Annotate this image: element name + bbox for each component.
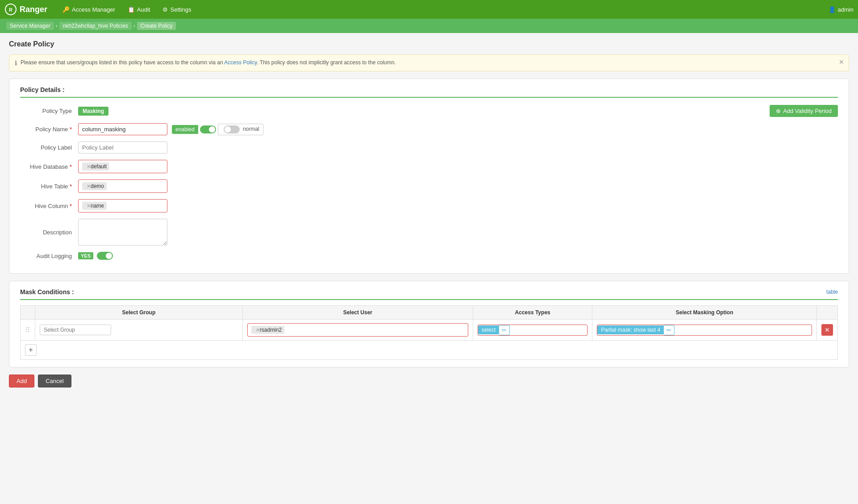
bottom-actions: Add Cancel bbox=[9, 375, 849, 387]
access-types-cell: select ✏ bbox=[473, 320, 592, 341]
nav-items: 🔑 Access Manager 📋 Audit ⚙ Settings bbox=[56, 0, 829, 19]
policy-label-label: Policy Label bbox=[20, 144, 78, 151]
hive-table-input[interactable]: ✕ demo bbox=[78, 179, 167, 193]
hive-database-tag: ✕ default bbox=[82, 162, 109, 171]
audit-logging-row: Audit Logging YES bbox=[20, 252, 838, 260]
mask-conditions-header: Mask Conditions : table bbox=[20, 288, 838, 300]
cancel-button[interactable]: Cancel bbox=[38, 375, 71, 387]
audit-icon: 📋 bbox=[128, 6, 135, 13]
alert-text-before: Please ensure that users/groups listed i… bbox=[21, 59, 224, 66]
policy-type-left: Policy Type Masking bbox=[20, 107, 108, 116]
nav-access-manager-label: Access Manager bbox=[72, 6, 115, 13]
drag-handle-cell: ⠿ bbox=[21, 320, 35, 341]
nav-settings-label: Settings bbox=[170, 6, 191, 13]
normal-toggle[interactable] bbox=[224, 125, 240, 133]
mask-conditions-section: Mask Conditions : table Select Group Sel… bbox=[9, 281, 849, 367]
drag-col-header bbox=[21, 306, 35, 320]
hive-database-tag-value: default bbox=[91, 163, 107, 170]
alert-close-button[interactable]: ✕ bbox=[839, 58, 844, 66]
alert-text-after: . This policy does not implicitly grant … bbox=[257, 59, 396, 66]
hive-column-tag-value: name bbox=[91, 203, 104, 209]
policy-details-title: Policy Details : bbox=[20, 86, 838, 98]
select-masking-col-header: Select Masking Option bbox=[592, 306, 817, 320]
alert-text: Please ensure that users/groups listed i… bbox=[21, 59, 396, 66]
table-link[interactable]: table bbox=[826, 289, 838, 295]
add-row-cell: + bbox=[21, 341, 838, 360]
description-input[interactable] bbox=[78, 219, 167, 246]
user-icon: 👤 bbox=[829, 6, 836, 13]
audit-logging-toggle[interactable] bbox=[97, 252, 113, 260]
hive-column-input[interactable]: ✕ name bbox=[78, 199, 167, 212]
policy-details-section: Policy Details : Policy Type Masking ⊕ A… bbox=[9, 79, 849, 274]
mask-option-edit-button[interactable]: ✏ bbox=[664, 325, 675, 335]
select-user-col-header: Select User bbox=[242, 306, 473, 320]
add-validity-period-button[interactable]: ⊕ Add Validity Period bbox=[770, 105, 838, 117]
policy-type-row: Policy Type Masking ⊕ Add Validity Perio… bbox=[20, 105, 838, 117]
audit-logging-yes: YES bbox=[78, 252, 93, 259]
user-tag-remove-icon[interactable]: ✕ bbox=[256, 327, 260, 333]
row-delete-cell: ✕ bbox=[817, 320, 838, 341]
add-button[interactable]: Add bbox=[9, 375, 34, 387]
hive-table-tag-value: demo bbox=[91, 183, 104, 189]
page-content: Create Policy ℹ Please ensure that users… bbox=[0, 33, 858, 395]
alert-icon: ℹ bbox=[15, 59, 17, 67]
brand-logo: R Ranger bbox=[4, 3, 47, 16]
breadcrumb-sep2: › bbox=[133, 23, 135, 29]
drag-handle-icon[interactable]: ⠿ bbox=[25, 326, 30, 334]
hive-database-input[interactable]: ✕ default bbox=[78, 160, 167, 173]
policy-name-required: * bbox=[70, 126, 72, 133]
access-type-button[interactable]: select bbox=[478, 325, 499, 334]
nav-audit[interactable]: 📋 Audit bbox=[121, 0, 157, 19]
hive-column-remove-icon[interactable]: ✕ bbox=[87, 203, 91, 209]
hive-database-label: Hive Database * bbox=[20, 163, 78, 170]
breadcrumb-policies[interactable]: nkh22whcllap_hive Policies bbox=[59, 22, 132, 30]
description-label: Description bbox=[20, 229, 78, 236]
add-row-button[interactable]: + bbox=[25, 344, 37, 356]
policy-type-badge: Masking bbox=[78, 107, 108, 116]
hive-table-row: Hive Table * ✕ demo bbox=[20, 179, 838, 193]
nav-access-manager[interactable]: 🔑 Access Manager bbox=[56, 0, 121, 19]
access-type-edit-button[interactable]: ✏ bbox=[499, 325, 510, 335]
hive-table-required: * bbox=[70, 183, 72, 190]
policy-name-input[interactable] bbox=[78, 123, 167, 135]
top-navigation: R Ranger 🔑 Access Manager 📋 Audit ⚙ Sett… bbox=[0, 0, 858, 19]
breadcrumb-current: Create Policy bbox=[137, 22, 176, 30]
page-title: Create Policy bbox=[9, 40, 849, 48]
policy-label-input[interactable] bbox=[78, 142, 167, 154]
breadcrumb-crumb: Service Manager › nkh22whcllap_hive Poli… bbox=[6, 22, 176, 30]
mask-option-button[interactable]: Partial mask: show last 4 bbox=[597, 325, 664, 334]
select-user-cell: ✕ rsadmin2 bbox=[242, 320, 473, 341]
alert-access-policy-link[interactable]: Access Policy bbox=[224, 59, 257, 66]
plus-icon: ⊕ bbox=[776, 108, 781, 114]
policy-name-label: Policy Name * bbox=[20, 126, 78, 133]
breadcrumb-sep1: › bbox=[56, 23, 58, 29]
access-types-col-header: Access Types bbox=[473, 306, 592, 320]
enabled-toggle-group: enabled normal bbox=[172, 124, 263, 135]
hive-table-remove-icon[interactable]: ✕ bbox=[87, 183, 91, 189]
enabled-badge: enabled bbox=[172, 125, 198, 134]
select-user-input-wrapper[interactable]: ✕ rsadmin2 bbox=[247, 323, 468, 337]
policy-type-label: Policy Type bbox=[20, 108, 78, 114]
table-row: ⠿ ✕ rsadmin2 bbox=[21, 320, 838, 341]
settings-icon: ⚙ bbox=[162, 6, 168, 13]
hive-database-required: * bbox=[70, 163, 72, 170]
enabled-toggle[interactable] bbox=[200, 125, 216, 133]
access-types-wrapper: select ✏ bbox=[478, 325, 587, 336]
select-group-input[interactable] bbox=[40, 325, 111, 335]
policy-name-row: Policy Name * enabled normal bbox=[20, 123, 838, 135]
mask-option-wrapper: Partial mask: show last 4 ✏ bbox=[597, 325, 812, 336]
audit-logging-label: Audit Logging bbox=[20, 253, 78, 259]
select-group-cell bbox=[35, 320, 243, 341]
delete-row-button[interactable]: ✕ bbox=[821, 324, 833, 336]
breadcrumb-service-manager[interactable]: Service Manager bbox=[6, 22, 54, 30]
svg-text:R: R bbox=[9, 7, 12, 12]
hive-database-remove-icon[interactable]: ✕ bbox=[87, 164, 91, 170]
user-tag: ✕ rsadmin2 bbox=[251, 326, 284, 334]
hive-table-tag: ✕ demo bbox=[82, 182, 107, 190]
ranger-logo-icon: R bbox=[4, 3, 17, 16]
mask-conditions-title: Mask Conditions : bbox=[20, 288, 74, 296]
nav-settings[interactable]: ⚙ Settings bbox=[156, 0, 197, 19]
user-section: 👤 admin bbox=[829, 6, 854, 13]
brand-name: Ranger bbox=[20, 5, 47, 14]
conditions-table-header: Select Group Select User Access Types Se… bbox=[21, 306, 838, 320]
